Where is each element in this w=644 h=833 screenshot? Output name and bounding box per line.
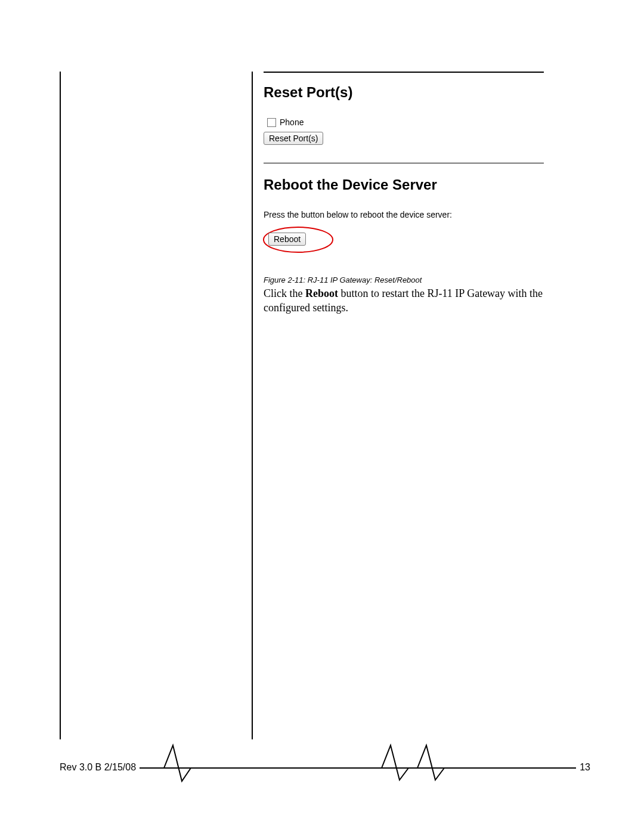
figure-separator (264, 163, 544, 163)
heading-reboot: Reboot the Device Server (264, 176, 544, 193)
heading-reset-ports: Reset Port(s) (264, 84, 544, 101)
body-paragraph: Click the Reboot button to restart the R… (264, 286, 574, 315)
vertical-divider (252, 72, 253, 745)
footer-page-number: 13 (576, 762, 590, 773)
phone-checkbox[interactable] (267, 118, 276, 127)
phone-checkbox-row: Phone (267, 117, 544, 127)
phone-label: Phone (280, 117, 304, 127)
footer-revision: Rev 3.0 B 2/15/08 (60, 762, 140, 773)
reboot-button[interactable]: Reboot (268, 233, 306, 246)
figure-top-rule (264, 72, 544, 73)
figure-caption: Figure 2-11: RJ-11 IP Gateway: Reset/Reb… (264, 275, 544, 284)
reboot-instruction: Press the button below to reboot the dev… (264, 210, 544, 219)
reset-ports-button[interactable]: Reset Port(s) (264, 132, 323, 145)
reboot-highlight: Reboot (264, 230, 341, 259)
body-pre: Click the (264, 287, 305, 299)
body-bold: Reboot (305, 287, 338, 299)
page-frame: Reset Port(s) Phone Reset Port(s) Reboot… (60, 72, 586, 745)
figure-reset-reboot: Reset Port(s) Phone Reset Port(s) Reboot… (264, 72, 544, 284)
